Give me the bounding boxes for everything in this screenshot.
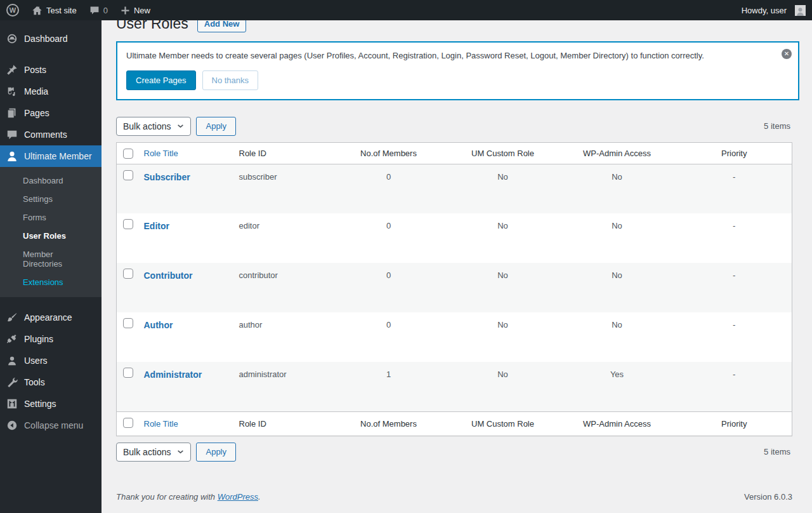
chevron-down-icon <box>177 123 184 130</box>
role-title-link[interactable]: Contributor <box>144 270 193 281</box>
sidebar-item-dashboard[interactable]: Dashboard <box>0 28 102 50</box>
sidebar-item-pages[interactable]: Pages <box>0 102 102 124</box>
members-cell: 0 <box>329 164 449 213</box>
table-footer-row: Role Title Role ID No.of Members UM Cust… <box>117 411 792 436</box>
sidebar-item-label: Comments <box>24 130 67 140</box>
admin-footer: Thank you for creating with WordPress. V… <box>116 492 799 502</box>
members-cell: 0 <box>329 213 449 263</box>
chevron-down-icon <box>177 448 184 455</box>
new-label: New <box>134 6 150 15</box>
select-all-checkbox[interactable] <box>123 418 133 428</box>
select-all-checkbox[interactable] <box>123 149 133 159</box>
pages-icon <box>6 107 18 119</box>
home-icon <box>32 5 43 16</box>
sidebar-item-label: Tools <box>24 377 45 387</box>
collapse-arrow-icon <box>6 419 18 432</box>
role-title-link[interactable]: Author <box>144 320 173 330</box>
sidebar-item-label: Media <box>24 86 48 97</box>
apply-button[interactable]: Apply <box>196 117 236 136</box>
role-title-link[interactable]: Subscriber <box>144 172 190 182</box>
um-custom-role-cell: No <box>449 312 558 362</box>
main-content: User Roles Add New Ultimate Member needs… <box>102 0 812 502</box>
priority-cell: - <box>677 213 792 263</box>
items-count: 5 items <box>764 121 792 131</box>
sidebar-item-label: Collapse menu <box>24 420 83 430</box>
site-name-label: Test site <box>46 6 77 15</box>
priority-cell: - <box>677 362 792 411</box>
wp-admin-access-cell: No <box>558 263 677 312</box>
footer-thanks-text: Thank you for creating with WordPress. <box>116 492 261 502</box>
priority-cell: - <box>677 164 792 213</box>
sidebar-item-users[interactable]: Users <box>0 350 102 371</box>
apply-button[interactable]: Apply <box>196 443 236 462</box>
sidebar-item-label: Appearance <box>24 312 72 323</box>
collapse-menu-button[interactable]: Collapse menu <box>0 415 102 436</box>
table-row: Author author 0 No No - <box>117 312 792 362</box>
row-checkbox[interactable] <box>123 368 133 378</box>
table-row: Administrator administrator 1 No Yes - <box>117 362 792 411</box>
sidebar-item-ultimate-member[interactable]: Ultimate Member <box>0 145 102 167</box>
sort-role-title-link[interactable]: Role Title <box>144 419 178 429</box>
submenu-item-forms[interactable]: Forms <box>0 208 102 227</box>
wp-admin-access-cell: No <box>558 312 677 362</box>
dismiss-notice-icon[interactable]: ✕ <box>782 49 792 59</box>
priority-cell: - <box>677 312 792 362</box>
plugin-icon <box>6 333 18 345</box>
submenu-item-user-roles[interactable]: User Roles <box>0 227 102 245</box>
create-pages-button[interactable]: Create Pages <box>126 70 196 90</box>
sidebar-item-posts[interactable]: Posts <box>0 59 102 81</box>
sidebar-item-label: Posts <box>24 65 46 75</box>
sidebar-item-appearance[interactable]: Appearance <box>0 307 102 328</box>
submenu-item-settings[interactable]: Settings <box>0 190 102 208</box>
role-title-link[interactable]: Editor <box>144 221 169 231</box>
new-content-menu[interactable]: New <box>114 0 157 20</box>
sidebar-item-label: Dashboard <box>24 34 68 44</box>
members-cell: 1 <box>329 362 449 411</box>
wordpress-logo-icon: W <box>6 4 19 17</box>
pushpin-icon <box>6 63 18 76</box>
sidebar-item-comments[interactable]: Comments <box>0 124 102 145</box>
bulk-actions-select[interactable]: Bulk actions <box>116 117 191 136</box>
sidebar-item-plugins[interactable]: Plugins <box>0 328 102 350</box>
sidebar-item-label: Plugins <box>24 334 53 344</box>
sidebar-item-media[interactable]: Media <box>0 81 102 102</box>
sidebar-item-settings[interactable]: Settings <box>0 393 102 415</box>
wrench-icon <box>6 376 18 389</box>
wordpress-link[interactable]: WordPress <box>218 492 258 502</box>
admin-bar: W Test site 0 New Howdy, user <box>0 0 812 20</box>
role-title-link[interactable]: Administrator <box>144 370 202 380</box>
role-id-cell: author <box>233 312 329 362</box>
no-thanks-button[interactable]: No thanks <box>202 70 259 90</box>
ultimate-member-submenu: Dashboard Settings Forms User Roles Memb… <box>0 167 102 297</box>
bulk-actions-label: Bulk actions <box>123 121 171 131</box>
role-id-cell: editor <box>233 213 329 263</box>
row-checkbox[interactable] <box>123 318 133 328</box>
my-account-menu[interactable]: Howdy, user <box>735 0 812 20</box>
table-row: Editor editor 0 No No - <box>117 213 792 263</box>
sidebar-item-tools[interactable]: Tools <box>0 371 102 393</box>
wp-admin-access-cell: No <box>558 213 677 263</box>
bulk-actions-select[interactable]: Bulk actions <box>116 443 191 462</box>
members-cell: 0 <box>329 312 449 362</box>
paintbrush-icon <box>6 311 18 324</box>
row-checkbox[interactable] <box>123 269 133 279</box>
plus-icon <box>121 6 130 15</box>
wp-logo-menu[interactable]: W <box>0 0 25 20</box>
site-name-link[interactable]: Test site <box>25 0 83 20</box>
priority-cell: - <box>677 263 792 312</box>
um-custom-role-cell: No <box>449 362 558 411</box>
comments-count: 0 <box>103 6 108 15</box>
row-checkbox[interactable] <box>123 219 133 229</box>
comments-shortcut[interactable]: 0 <box>83 0 114 20</box>
submenu-item-member-directories[interactable]: Member Directories <box>0 245 102 273</box>
row-checkbox[interactable] <box>123 170 133 180</box>
column-priority: Priority <box>677 411 792 436</box>
table-header-row: Role Title Role ID No.of Members UM Cust… <box>117 142 792 164</box>
submenu-item-extensions[interactable]: Extensions <box>0 273 102 291</box>
submenu-item-dashboard[interactable]: Dashboard <box>0 171 102 190</box>
column-role-id: Role ID <box>233 411 329 436</box>
wp-admin-access-cell: Yes <box>558 362 677 411</box>
sort-role-title-link[interactable]: Role Title <box>144 149 178 158</box>
howdy-label: Howdy, user <box>742 6 787 15</box>
footer-thanks-suffix: . <box>258 492 261 502</box>
